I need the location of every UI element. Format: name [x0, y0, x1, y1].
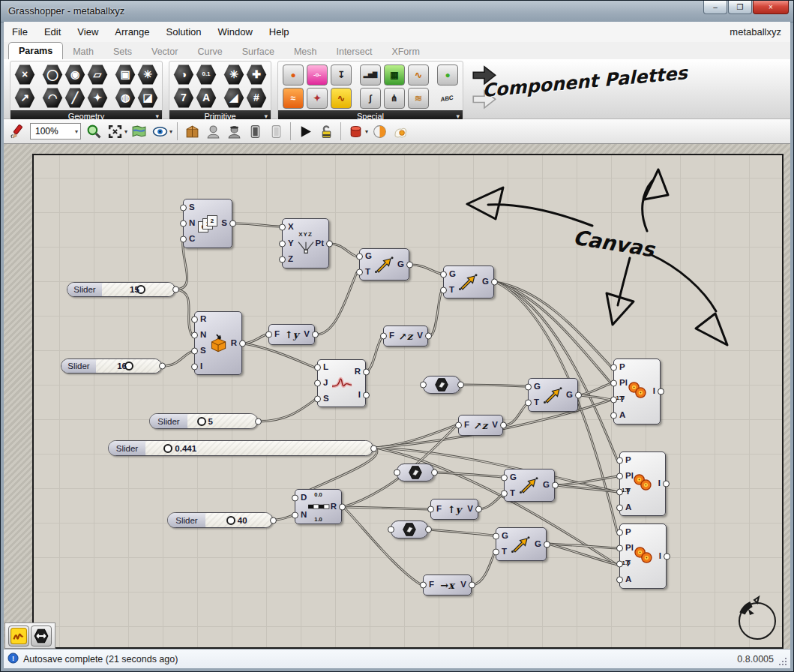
- input-port[interactable]: [191, 347, 198, 354]
- ellipse-icon[interactable]: ◉: [64, 64, 85, 86]
- input-port[interactable]: [314, 395, 321, 402]
- squiggle-icon[interactable]: ∿: [331, 88, 352, 109]
- input-port[interactable]: [616, 529, 623, 536]
- box-icon[interactable]: ▣: [115, 64, 136, 86]
- input-port[interactable]: [180, 204, 187, 211]
- move-component-5[interactable]: GTG: [496, 527, 547, 561]
- tab-xform[interactable]: XForm: [382, 44, 430, 59]
- slider-grip[interactable]: [163, 444, 172, 453]
- lock-icon[interactable]: [317, 122, 335, 140]
- slider-0441[interactable]: Slider0.441: [108, 440, 373, 456]
- plane-param-1[interactable]: [423, 376, 460, 394]
- input-port[interactable]: [616, 504, 623, 511]
- surface-icon[interactable]: ◪: [137, 88, 158, 109]
- bake-cylinder-icon-dropdown[interactable]: ▾: [365, 128, 368, 135]
- play-icon[interactable]: [296, 122, 314, 140]
- mesh-sphere-icon[interactable]: ✳: [137, 64, 158, 86]
- input-port[interactable]: [525, 383, 532, 390]
- hex-arrow-tile-icon[interactable]: [31, 626, 52, 646]
- output-port[interactable]: [457, 382, 464, 388]
- sketch-pencil-icon[interactable]: [8, 122, 26, 140]
- input-port[interactable]: [380, 333, 387, 340]
- input-port[interactable]: [610, 380, 617, 387]
- output-port[interactable]: [406, 261, 413, 268]
- slider-track[interactable]: 5: [187, 414, 257, 428]
- title-bar[interactable]: Grasshopper - metaballxyz –❐×: [1, 1, 793, 22]
- move-component-2[interactable]: GTG: [443, 266, 494, 298]
- input-port[interactable]: [388, 526, 394, 533]
- button-icon[interactable]: ●: [283, 64, 304, 86]
- eye-icon-dropdown[interactable]: ▾: [169, 128, 172, 135]
- slider-output-port[interactable]: [159, 363, 166, 370]
- number-icon[interactable]: 0.1: [196, 64, 217, 86]
- unit-x-component[interactable]: FV→x: [423, 574, 472, 596]
- tab-sets[interactable]: Sets: [103, 44, 142, 59]
- output-port[interactable]: [491, 279, 498, 286]
- output-port[interactable]: [312, 332, 319, 338]
- input-port[interactable]: [279, 224, 286, 230]
- xy-icon[interactable]: ✦: [307, 88, 328, 109]
- squiggle-tile-icon[interactable]: [8, 626, 29, 646]
- input-port[interactable]: [501, 474, 508, 481]
- cylinder-icon[interactable]: ◍: [115, 88, 136, 109]
- scribble-icon[interactable]: ∿: [408, 64, 429, 86]
- tab-params[interactable]: Params: [8, 42, 63, 59]
- slider-output-port[interactable]: [172, 286, 179, 293]
- menu-help[interactable]: Help: [261, 22, 298, 42]
- plane-icon[interactable]: ▱: [87, 64, 108, 86]
- move-component-1[interactable]: GTG: [359, 248, 409, 280]
- output-port[interactable]: [239, 340, 246, 346]
- histogram-icon[interactable]: ▂▅▇: [360, 64, 381, 86]
- slider-grip[interactable]: [197, 417, 206, 426]
- input-port[interactable]: [314, 364, 321, 371]
- unit-y-component-2[interactable]: FV↑y: [430, 499, 478, 520]
- abc-icon[interactable]: ABC: [436, 86, 458, 109]
- range-component[interactable]: DNR0.01.0: [295, 489, 342, 524]
- slider-track[interactable]: 16: [96, 359, 161, 373]
- slider-track[interactable]: 0.441: [145, 441, 373, 455]
- eye-icon[interactable]: [151, 122, 169, 140]
- input-port[interactable]: [616, 544, 623, 551]
- preview-sphere-icon[interactable]: [370, 122, 388, 140]
- input-port[interactable]: [279, 240, 286, 247]
- path-icon[interactable]: ✚: [246, 64, 267, 86]
- move-component-4[interactable]: GTG: [504, 469, 555, 502]
- menu-edit[interactable]: Edit: [36, 22, 69, 42]
- head-hat-icon[interactable]: [225, 122, 243, 140]
- tab-curve[interactable]: Curve: [187, 44, 232, 59]
- output-port[interactable]: [500, 422, 507, 429]
- slider-output-port[interactable]: [255, 418, 262, 424]
- zoom-level-select[interactable]: 100%▾: [30, 123, 81, 140]
- panel-light-icon[interactable]: [267, 122, 285, 140]
- plane-param-3[interactable]: [391, 520, 428, 538]
- egg-icon[interactable]: [391, 122, 409, 140]
- output-port[interactable]: [663, 481, 670, 488]
- random-component[interactable]: RNSIR: [194, 311, 242, 375]
- menu-file[interactable]: File: [4, 22, 36, 42]
- grid-icon[interactable]: #: [246, 88, 267, 109]
- metaball-component-3[interactable]: PPlTAI1.0: [619, 524, 667, 589]
- extents-icon-dropdown[interactable]: ▾: [124, 128, 127, 135]
- close-button[interactable]: ×: [753, 1, 789, 14]
- spark-icon[interactable]: ✳: [223, 64, 244, 86]
- integer-icon[interactable]: 7: [173, 88, 194, 109]
- output-port[interactable]: [544, 541, 550, 548]
- maximize-button[interactable]: ❐: [728, 1, 752, 14]
- point-icon[interactable]: ✦: [87, 88, 108, 109]
- input-port[interactable]: [440, 286, 447, 293]
- slider-track[interactable]: 40: [205, 513, 272, 527]
- tree-icon[interactable]: ⋔: [384, 88, 405, 109]
- input-port[interactable]: [394, 470, 400, 476]
- move-component-3[interactable]: GTG: [528, 378, 578, 412]
- unit-y-component-1[interactable]: FV↑y: [268, 324, 315, 345]
- vector-icon[interactable]: ↗: [14, 88, 35, 109]
- output-port[interactable]: [431, 470, 438, 476]
- output-port[interactable]: [339, 503, 346, 510]
- panel-dark-icon[interactable]: [246, 122, 264, 140]
- output-port[interactable]: [575, 392, 582, 398]
- input-port[interactable]: [292, 512, 298, 518]
- input-port[interactable]: [314, 380, 321, 387]
- input-port[interactable]: [191, 316, 198, 323]
- plane-param-2[interactable]: [397, 464, 434, 482]
- input-port[interactable]: [610, 412, 617, 419]
